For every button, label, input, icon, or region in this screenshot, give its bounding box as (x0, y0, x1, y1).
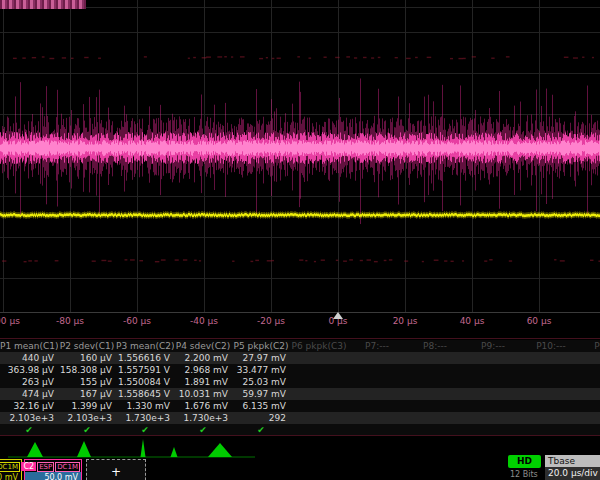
measure-cell-P6-sdev (290, 400, 348, 412)
measure-row-max: 474 µV167 µV1.558645 V10.031 mV59.97 mV (0, 388, 600, 400)
c2-scale-value: 50.0 mV (25, 472, 81, 480)
adc-bits-label: 12 Bits (510, 470, 538, 479)
measure-header-P6[interactable]: P6 pkpk(C3) (290, 340, 348, 352)
time-tick-label: 0 µs (328, 316, 347, 326)
time-tick-label: -80 µs (56, 316, 84, 326)
time-tick-label: -40 µs (190, 316, 218, 326)
channel-c2-descriptor[interactable]: C2 ESP DC1M 50.0 mV (24, 459, 82, 480)
measure-cell-P5-max: 59.97 mV (232, 388, 290, 400)
measure-cell-P5-num: 292 (232, 412, 290, 424)
measure-header-P10---[interactable]: P10:--- (522, 340, 580, 352)
measure-cell-P5-sdev: 6.135 mV (232, 400, 290, 412)
measure-cell-P4-max: 10.031 mV (174, 388, 232, 400)
measure-cell-P6-num (290, 412, 348, 424)
measure-cell-P9-value (464, 352, 522, 364)
measure-cell-P11-num (580, 412, 600, 424)
measure-cell-P7-sdev (348, 400, 406, 412)
measure-cell-P5-mean: 33.477 mV (232, 364, 290, 376)
measure-cell-P3-mean: 1.557591 V (116, 364, 174, 376)
menu-bar-fragment[interactable] (0, 0, 86, 9)
measure-header-P3[interactable]: P3 mean(C2) (116, 340, 174, 352)
timebase-descriptor[interactable]: Tbase 20.0 µs/div (545, 455, 600, 480)
measure-cell-P1-num: 2.103e+3 (0, 412, 58, 424)
measure-row-min: 263 µV155 µV1.550084 V1.891 mV25.03 mV (0, 376, 600, 388)
measure-cell-P1-min: 263 µV (0, 376, 58, 388)
measure-header-P1[interactable]: P1 mean(C1) (0, 340, 58, 352)
measurement-table: P1 mean(C1)P2 sdev(C1)P3 mean(C2)P4 sdev… (0, 340, 600, 436)
measure-cell-P8-value (406, 352, 464, 364)
measure-cell-P10-sdev (522, 400, 580, 412)
measure-cell-P1-sdev: 32.16 µV (0, 400, 58, 412)
measure-cell-P7-num (348, 412, 406, 424)
measure-header-P8---[interactable]: P8:--- (406, 340, 464, 352)
measure-cell-P3-sdev: 1.330 mV (116, 400, 174, 412)
channel-c1-descriptor[interactable]: DC1M 10.0 mV (0, 459, 22, 480)
measure-header-P4[interactable]: P4 sdev(C2) (174, 340, 232, 352)
c2-esp-badge: ESP (37, 462, 54, 472)
measure-cell-P1-max: 474 µV (0, 388, 58, 400)
measure-cell-P2-mean: 158.308 µV (58, 364, 116, 376)
time-tick-label: 20 µs (393, 316, 418, 326)
measure-cell-P8-min (406, 376, 464, 388)
measure-cell-P10-mean (522, 364, 580, 376)
waveform-display[interactable] (0, 0, 600, 312)
measure-cell-P6-mean (290, 364, 348, 376)
hd-mode-badge[interactable]: HD (508, 455, 541, 468)
measure-cell-P2-value: 160 µV (58, 352, 116, 364)
measure-cell-P7-value (348, 352, 406, 364)
measure-cell-P3-num: 1.730e+3 (116, 412, 174, 424)
measure-cell-P11-sdev (580, 400, 600, 412)
c1-scale-value: 10.0 mV (0, 472, 21, 480)
measure-cell-P2-num: 2.103e+3 (58, 412, 116, 424)
measure-cell-P3-max: 1.558645 V (116, 388, 174, 400)
measure-row-num: 2.103e+32.103e+31.730e+31.730e+3292 (0, 412, 600, 424)
measure-cell-P11-mean (580, 364, 600, 376)
timebase-value: 20.0 µs/div (545, 467, 600, 480)
measure-cell-P10-value (522, 352, 580, 364)
table-top-separator (0, 338, 600, 339)
measure-cell-P6-value (290, 352, 348, 364)
measure-cell-P7-max (348, 388, 406, 400)
measure-cell-P1-mean: 363.98 µV (0, 364, 58, 376)
measure-cell-P4-value: 2.200 mV (174, 352, 232, 364)
measure-cell-P11-min (580, 376, 600, 388)
measure-row-value: 440 µV160 µV1.556616 V2.200 mV27.97 mV (0, 352, 600, 364)
measure-header-row: P1 mean(C1)P2 sdev(C1)P3 mean(C2)P4 sdev… (0, 340, 600, 352)
graticule[interactable] (0, 0, 600, 313)
measure-header-P5[interactable]: P5 pkpk(C2) (232, 340, 290, 352)
time-tick-label: 60 µs (527, 316, 552, 326)
measure-cell-P3-value: 1.556616 V (116, 352, 174, 364)
measure-cell-P9-min (464, 376, 522, 388)
measure-cell-P3-min: 1.550084 V (116, 376, 174, 388)
measure-cell-P4-min: 1.891 mV (174, 376, 232, 388)
measure-cell-P2-max: 167 µV (58, 388, 116, 400)
c2-coupling-badge: DC1M (55, 462, 80, 472)
measure-cell-P2-min: 155 µV (58, 376, 116, 388)
measure-row-mean: 363.98 µV158.308 µV1.557591 V2.968 mV33.… (0, 364, 600, 376)
measure-header-P9---[interactable]: P9:--- (464, 340, 522, 352)
measure-cell-P9-num (464, 412, 522, 424)
measure-header-P11---[interactable]: P11:--- (580, 340, 600, 352)
measure-cell-P11-max (580, 388, 600, 400)
add-trace-button[interactable]: + (86, 459, 146, 480)
time-tick-label: -20 µs (257, 316, 285, 326)
measure-cell-P6-max (290, 388, 348, 400)
measure-cell-P9-mean (464, 364, 522, 376)
measure-cell-P8-mean (406, 364, 464, 376)
measure-cell-P7-min (348, 376, 406, 388)
time-axis: -100 µs-80 µs-60 µs-40 µs-20 µs0 µs20 µs… (0, 313, 600, 333)
measure-header-P2[interactable]: P2 sdev(C1) (58, 340, 116, 352)
measure-cell-P10-max (522, 388, 580, 400)
measure-cell-P8-max (406, 388, 464, 400)
c1-coupling-badge: DC1M (0, 462, 20, 472)
time-tick-label: 40 µs (460, 316, 485, 326)
time-tick-label: -100 µs (0, 316, 20, 326)
oscilloscope-screen: -100 µs-80 µs-60 µs-40 µs-20 µs0 µs20 µs… (0, 0, 600, 480)
table-bottom-separator (0, 435, 600, 436)
measure-cell-P11-value (580, 352, 600, 364)
measure-cell-P9-max (464, 388, 522, 400)
measure-cell-P7-mean (348, 364, 406, 376)
measure-header-P7---[interactable]: P7:--- (348, 340, 406, 352)
measure-cell-P5-min: 25.03 mV (232, 376, 290, 388)
timebase-label: Tbase (545, 455, 600, 467)
